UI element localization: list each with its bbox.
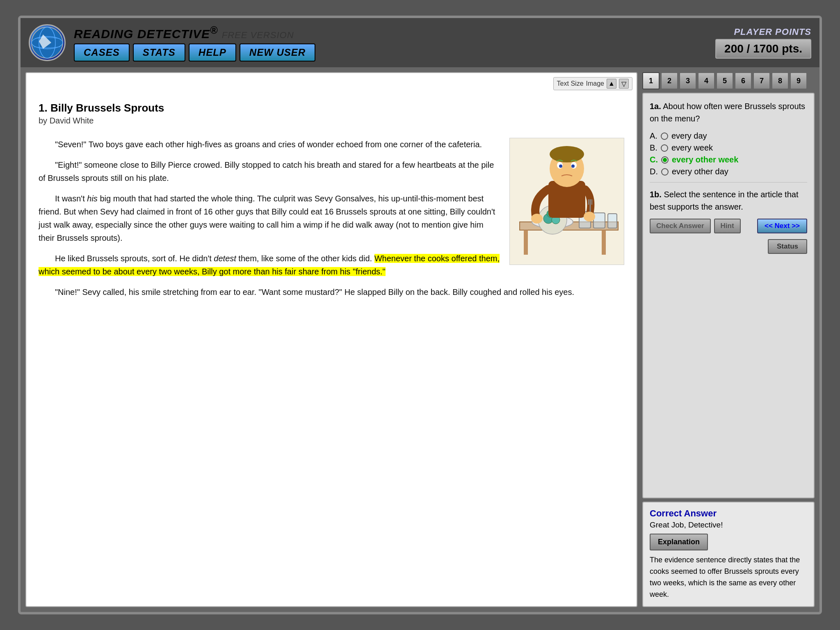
svg-point-17 — [550, 146, 584, 162]
svg-point-22 — [531, 214, 543, 224]
text-size-toolbar: Text Size Image ▲ ▽ — [553, 77, 632, 90]
hint-button[interactable]: Hint — [714, 219, 741, 233]
help-button[interactable]: HELP — [189, 43, 236, 62]
divider — [650, 182, 807, 183]
svg-rect-13 — [593, 213, 605, 228]
svg-rect-6 — [602, 230, 606, 255]
correct-answer-box: Correct Answer Great Job, Detective! Exp… — [642, 502, 815, 607]
article-author: by David White — [39, 116, 624, 126]
question-1b-text: 1b. Select the sentence in the article t… — [650, 188, 807, 213]
text-size-decrease[interactable]: ▽ — [619, 79, 629, 89]
svg-rect-14 — [608, 214, 617, 228]
paragraph-5: "Nine!" Sevy called, his smile stretchin… — [39, 285, 624, 299]
q-tab-4[interactable]: 4 — [698, 72, 715, 89]
text-size-label: Text Size — [557, 80, 584, 87]
explanation-button[interactable]: Explanation — [650, 534, 708, 550]
status-button[interactable]: Status — [768, 239, 807, 254]
q-tab-2[interactable]: 2 — [661, 72, 678, 89]
radio-b[interactable] — [661, 144, 668, 152]
option-b-text: every week — [671, 143, 713, 153]
text-size-increase[interactable]: ▲ — [607, 79, 616, 89]
option-d[interactable]: D. every other day — [650, 167, 807, 176]
q-tab-3[interactable]: 3 — [679, 72, 696, 89]
svg-point-21 — [571, 164, 575, 168]
option-c[interactable]: C. every other week — [650, 155, 807, 164]
player-points-section: PLAYER POINTS 200 / 1700 pts. — [715, 27, 811, 59]
question-panel: 1 2 3 4 5 6 7 8 9 1a. About how often we… — [642, 72, 815, 607]
q-tab-1[interactable]: 1 — [642, 72, 660, 89]
player-points-label: PLAYER POINTS — [715, 27, 811, 37]
article-panel: Text Size Image ▲ ▽ 1. Billy Brussels Sp… — [25, 72, 637, 607]
stats-button[interactable]: STATS — [133, 43, 185, 62]
svg-point-23 — [584, 212, 595, 221]
svg-point-19 — [559, 164, 562, 168]
correct-answer-title: Correct Answer — [650, 508, 807, 519]
option-c-text: every other week — [672, 155, 738, 164]
next-button[interactable]: << Next >> — [757, 219, 807, 233]
correct-answer-message: Great Job, Detective! — [650, 520, 807, 530]
check-answer-button[interactable]: Check Answer — [650, 219, 711, 233]
app-title: READING DETECTIVE® FREE VERSION — [74, 24, 315, 41]
highlighted-sentence[interactable]: Whenever the cooks offered them, which s… — [39, 254, 500, 276]
radio-a[interactable] — [661, 132, 668, 140]
question-1a-text: 1a. About how often were Brussels sprout… — [650, 100, 807, 125]
question-1b-label: 1b. — [650, 190, 662, 199]
question-content-panel: 1a. About how often were Brussels sprout… — [642, 93, 815, 498]
q-tab-8[interactable]: 8 — [772, 72, 789, 89]
explanation-text: The evidence sentence directly states th… — [650, 555, 807, 600]
radio-c[interactable] — [661, 156, 669, 164]
option-d-text: every other day — [672, 167, 728, 176]
article-title: 1. Billy Brussels Sprouts — [39, 102, 624, 114]
cases-button[interactable]: CASES — [74, 43, 130, 62]
check-hint-row: Check Answer Hint << Next >> — [650, 219, 807, 233]
q-tab-5[interactable]: 5 — [716, 72, 733, 89]
question-1a-label: 1a. — [650, 102, 661, 111]
option-b[interactable]: B. every week — [650, 143, 807, 153]
svg-rect-5 — [524, 230, 528, 255]
option-a[interactable]: A. every day — [650, 131, 807, 141]
new-user-button[interactable]: NEW USER — [240, 43, 315, 62]
q-tab-6[interactable]: 6 — [735, 72, 752, 89]
player-points-value: 200 / 1700 pts. — [715, 39, 811, 59]
image-label: Image — [586, 80, 604, 87]
article-body: "Seven!" Two boys gave each other high-f… — [39, 138, 624, 299]
question-tabs: 1 2 3 4 5 6 7 8 9 — [642, 72, 815, 89]
q-tab-9[interactable]: 9 — [790, 72, 807, 89]
option-a-text: every day — [671, 131, 707, 141]
q-tab-7[interactable]: 7 — [753, 72, 770, 89]
article-illustration — [509, 138, 624, 265]
app-logo — [29, 24, 66, 61]
options-list: A. every day B. every week C. every — [650, 131, 807, 176]
radio-d[interactable] — [661, 168, 669, 176]
